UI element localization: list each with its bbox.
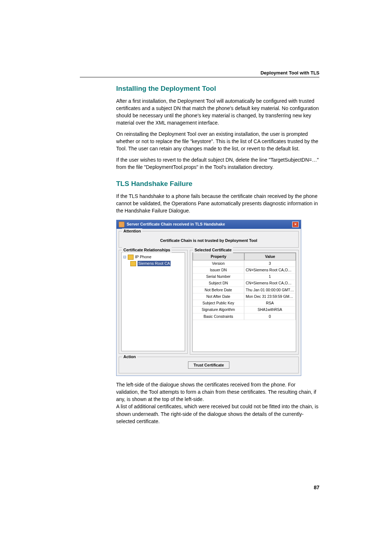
cert-icon (128, 255, 134, 260)
paragraph: If the TLS handshake to a phone fails be… (116, 193, 319, 215)
table-row: Subject Public KeyRSA (193, 300, 296, 307)
paragraph: A list of additional certificates, which… (116, 403, 319, 425)
cell-val: Thu Jan 01 00:00:00 GMT 1970 (244, 287, 296, 293)
heading-tls-failure: TLS Handshake Failure (116, 179, 319, 189)
cell-prop: Not After Date (193, 293, 244, 300)
cell-val: SHA1withRSA (244, 307, 296, 313)
certificate-details-table: Property Value Version3 Issuer DNCN=Siem… (192, 252, 296, 352)
cell-prop: Subject Public Key (193, 300, 244, 307)
handshake-failure-dialog: Server Certificate Chain received in TLS… (116, 220, 301, 376)
paragraph: On reinstalling the Deployment Tool over… (116, 130, 319, 153)
cell-prop: Version (193, 260, 244, 267)
cell-val: Mon Dec 31 23:59:59 GMT 2007 (244, 293, 296, 300)
header-rule (80, 77, 319, 77)
cert-icon (130, 261, 136, 266)
running-header: Deployment Tool with TLS (261, 70, 319, 77)
table-row: Version3 (193, 260, 296, 267)
paragraph: After a first installation, the Deployme… (116, 97, 319, 127)
certificate-tree[interactable]: ⊟ IP Phone Siemens Root CA (121, 252, 185, 351)
selected-cert-legend: Selected Certificate (193, 247, 233, 253)
action-legend: Action (122, 354, 137, 360)
cell-prop: Not Before Date (193, 287, 244, 293)
close-icon[interactable]: × (292, 222, 299, 227)
cell-val: RSA (244, 300, 296, 307)
table-row: Signature AlgorithmSHA1withRSA (193, 307, 296, 313)
paragraph: The left-side of the dialogue shows the … (116, 381, 319, 403)
cell-prop: Serial Number (193, 274, 244, 280)
table-row: Subject DNCN=Siemens Root CA,OU=Siemens … (193, 280, 296, 287)
tree-label: IP Phone (135, 254, 151, 260)
expand-icon[interactable]: ⊟ (123, 254, 126, 260)
heading-installing: Installing the Deployment Tool (116, 84, 319, 94)
tree-node-root[interactable]: ⊟ IP Phone (123, 254, 183, 260)
table-row: Issuer DNCN=Siemens Root CA,OU=Siemens .… (193, 267, 296, 274)
cell-prop: Subject DN (193, 280, 244, 287)
attention-panel: Attention Certificate Chain is not trust… (119, 231, 299, 248)
action-panel: Action Trust Certificate (119, 357, 299, 373)
dialog-titlebar: Server Certificate Chain received in TLS… (117, 220, 301, 229)
page-number: 87 (314, 484, 319, 491)
selected-cert-panel: Selected Certificate Property Value Vers… (190, 250, 299, 355)
attention-legend: Attention (122, 228, 142, 234)
cell-prop: Signature Algorithm (193, 307, 244, 313)
tree-label-selected: Siemens Root CA (138, 261, 171, 267)
cell-val: 1 (244, 274, 296, 280)
table-header-row: Property Value (193, 253, 296, 260)
attention-text: Certificate Chain is not trusted by Depl… (122, 238, 295, 244)
cell-val: CN=Siemens Root CA,OU=Siemens ... (244, 280, 296, 287)
table-row: Not After DateMon Dec 31 23:59:59 GMT 20… (193, 293, 296, 300)
cell-prop: Basic Constraints (193, 313, 244, 320)
java-icon (119, 222, 124, 227)
cell-val: 3 (244, 260, 296, 267)
cell-prop: Issuer DN (193, 267, 244, 274)
trust-certificate-button[interactable]: Trust Certificate (188, 361, 229, 369)
table-row: Not Before DateThu Jan 01 00:00:00 GMT 1… (193, 287, 296, 293)
table-row: Basic Constraints0 (193, 313, 296, 320)
tree-node-child[interactable]: Siemens Root CA (130, 261, 183, 267)
cell-val: 0 (244, 313, 296, 320)
cert-relationships-panel: Certificate Relationships ⊟ IP Phone Sie… (119, 250, 188, 354)
dialog-title-text: Server Certificate Chain received in TLS… (127, 222, 225, 227)
th-value: Value (244, 253, 296, 260)
th-property: Property (193, 253, 244, 260)
cell-val: CN=Siemens Root CA,OU=Siemens ... (244, 267, 296, 274)
table-row: Serial Number1 (193, 274, 296, 280)
cert-relationships-legend: Certificate Relationships (122, 247, 172, 253)
paragraph: If the user wishes to revert to the defa… (116, 156, 319, 171)
